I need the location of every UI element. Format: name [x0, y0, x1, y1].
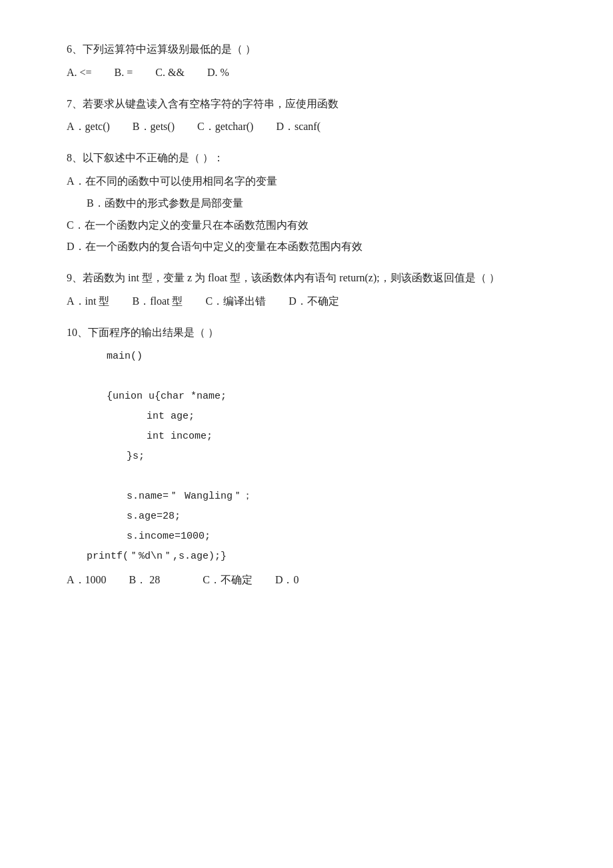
q10-title: 10、下面程序的输出结果是（ ）: [67, 323, 560, 343]
code-line-0: main(): [107, 347, 560, 367]
code-line-4: int income;: [147, 427, 560, 447]
q10-option-d: D．0: [275, 571, 299, 590]
question-9: 9、若函数为 int 型，变量 z 为 float 型，该函数体内有语句 ret…: [67, 269, 560, 311]
question-10: 10、下面程序的输出结果是（ ） main() {union u{char *n…: [67, 323, 560, 590]
question-6: 6、下列运算符中运算级别最低的是（ ） A. <= B. = C. && D. …: [67, 40, 560, 83]
q9-option-a: A．int 型: [67, 292, 109, 311]
q10-code: main() {union u{char *name; int age; int…: [87, 347, 560, 567]
code-line-1: [107, 367, 560, 387]
q7-options: A．getc() B．gets() C．getchar() D．scanf(: [67, 117, 560, 137]
q6-option-b: B. =: [115, 63, 133, 83]
code-line-5: }s;: [127, 447, 560, 467]
q7-option-b: B．gets(): [133, 117, 175, 137]
question-8: 8、以下叙述中不正确的是（ ）： A．在不同的函数中可以使用相同名字的变量 B．…: [67, 149, 560, 257]
q9-option-b: B．float 型: [132, 292, 183, 311]
q6-option-a: A. <=: [67, 63, 92, 83]
q6-option-d: D. %: [207, 63, 229, 83]
code-line-8: s.age=28;: [127, 507, 560, 527]
q8-title: 8、以下叙述中不正确的是（ ）：: [67, 149, 560, 168]
q9-options: A．int 型 B．float 型 C．编译出错 D．不确定: [67, 292, 560, 311]
q7-title: 7、若要求从键盘读入含有空格字符的字符串，应使用函数: [67, 95, 560, 114]
q7-option-c: C．getchar(): [197, 117, 253, 137]
q9-option-d: D．不确定: [289, 292, 339, 311]
q10-option-a: A．1000: [67, 571, 107, 590]
question-7: 7、若要求从键盘读入含有空格字符的字符串，应使用函数 A．getc() B．ge…: [67, 95, 560, 137]
q9-title: 9、若函数为 int 型，变量 z 为 float 型，该函数体内有语句 ret…: [67, 269, 560, 288]
q10-option-b: B． 28: [129, 571, 161, 590]
code-line-2: {union u{char *name;: [107, 387, 560, 407]
q7-option-d: D．scanf(: [276, 117, 320, 137]
q6-option-c: C. &&: [155, 63, 185, 83]
q10-options: A．1000 B． 28 C．不确定 D．0: [67, 571, 560, 590]
q10-option-c: C．不确定: [203, 571, 253, 590]
q6-options: A. <= B. = C. && D. %: [67, 63, 560, 83]
code-line-10: printf(＂%d\n＂,s.age);}: [87, 547, 560, 567]
code-line-9: s.income=1000;: [127, 527, 560, 547]
code-line-6: [107, 467, 560, 487]
q6-title: 6、下列运算符中运算级别最低的是（ ）: [67, 40, 560, 59]
code-line-3: int age;: [147, 407, 560, 427]
q9-option-c: C．编译出错: [205, 292, 266, 311]
q8-option-a: A．在不同的函数中可以使用相同名字的变量: [67, 172, 560, 191]
q8-option-d: D．在一个函数内的复合语句中定义的变量在本函数范围内有效: [67, 237, 560, 257]
q7-option-a: A．getc(): [67, 117, 110, 137]
code-line-7: s.name=＂ Wangling＂；: [127, 487, 560, 507]
q8-option-c: C．在一个函数内定义的变量只在本函数范围内有效: [67, 216, 560, 235]
q8-option-b: B．函数中的形式参数是局部变量: [87, 194, 560, 213]
